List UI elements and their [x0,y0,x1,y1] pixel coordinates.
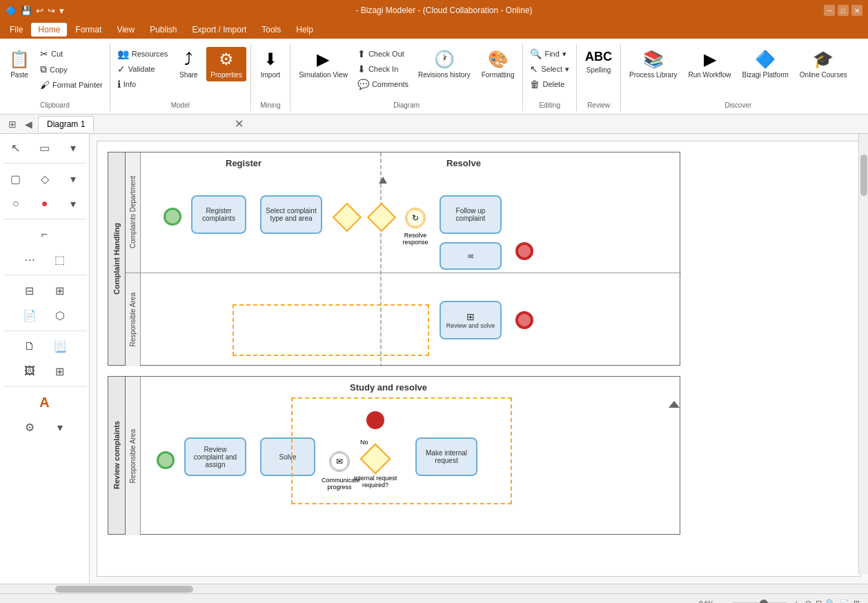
tab-close-button[interactable]: ✕ [235,117,244,130]
revisions-history-button[interactable]: 🕐 Revisions history [414,47,475,81]
menu-help[interactable]: Help [289,23,320,37]
doc2-tool[interactable]: 🗋 [16,335,43,357]
rectangle-tool[interactable]: ▭ [32,137,58,159]
menu-view[interactable]: View [110,23,141,37]
format-painter-button[interactable]: 🖌 Format Painter [37,78,106,92]
gateway-1[interactable] [333,203,362,232]
lane-header-text-responsible: Responsible Area [129,293,137,346]
diagram-list-button[interactable]: ⊞ [6,119,19,130]
vscroll-thumb[interactable] [860,155,867,196]
close-button[interactable]: ✕ [851,5,862,16]
table-tool[interactable]: ⊞ [46,360,74,382]
cut-button[interactable]: ✂ Cut [37,47,106,61]
task-followup-complaint[interactable]: Follow up complaint [440,195,502,234]
task-register-complaints[interactable]: Register complaints [191,195,246,234]
clipboard-buttons: 📋 Paste ✂ Cut ⧉ Copy 🖌 Format Painter [4,44,106,99]
task-communicate-progress-1[interactable]: ✉ [440,242,502,270]
online-courses-button[interactable]: 🎓 Online Courses [796,47,851,81]
title-bar: 🔷 💾 ↩ ↪ ▾ - Bizagi Modeler - (Cloud Coll… [0,0,868,21]
circle-tool[interactable]: ○ [3,192,29,215]
process-library-button[interactable]: 📚 Process Library [625,47,681,81]
dotted-rect-tool[interactable]: ⬚ [46,248,74,270]
view-grid-button[interactable]: ⊞ [854,599,860,603]
filled-circle-tool[interactable]: ● [32,192,58,215]
tool-arrow[interactable]: ▾ [60,137,86,159]
gear-tool[interactable]: ⚙ [16,416,43,438]
doc-tool[interactable]: 📄 [16,304,43,326]
cylinder-tool[interactable]: ⬡ [46,304,74,326]
resolve-response-event[interactable]: ↻ [405,208,426,228]
spelling-icon: ABC [585,50,612,64]
end-event-1[interactable] [515,242,533,260]
swimlane-h-tool[interactable]: ⊟ [16,279,43,302]
redo-icon[interactable]: ↪ [48,6,55,16]
select-button[interactable]: ↖ Select ▾ [527,62,572,76]
bizagi-platform-label: Bizagi Platform [742,71,789,79]
task-review-solve[interactable]: ⊞ Review and solve [440,301,502,339]
view-page-button[interactable]: 📄 [840,599,849,603]
maximize-button[interactable]: □ [838,5,849,16]
fit-page-button[interactable]: ⊙ [805,599,811,603]
formatting-button[interactable]: 🎨 Formatting [477,47,519,81]
more-icon[interactable]: ▾ [59,6,64,16]
resources-button[interactable]: 👥 Resources [115,47,171,61]
zoom-out-button[interactable]: － [718,597,728,604]
gear-arrow-tool[interactable]: ▾ [46,416,74,438]
copy-button[interactable]: ⧉ Copy [37,62,106,77]
tool-arrow2[interactable]: ▾ [60,168,86,190]
hscroll-thumb[interactable] [55,586,193,593]
undo-icon[interactable]: ↩ [36,6,43,16]
select-tool[interactable]: ↖ [3,137,29,159]
run-workflow-button[interactable]: ▶ Run Workflow [684,47,736,81]
check-in-button[interactable]: ⬇ Check In [355,62,411,76]
l-shape-tool[interactable]: ⌐ [31,224,59,246]
paste-button[interactable]: 📋 Paste [4,47,34,81]
share-button[interactable]: ⤴ Share [173,47,204,81]
save-icon[interactable]: 💾 [21,6,32,16]
bizagi-platform-button[interactable]: 🔷 Bizagi Platform [738,47,793,81]
menu-tools[interactable]: Tools [255,23,288,37]
comments-label: Comments [372,80,408,88]
simulation-view-button[interactable]: ▶ Simulation View [295,47,352,81]
find-button[interactable]: 🔍 Find ▾ [527,47,572,61]
menu-format[interactable]: Format [68,23,108,37]
menu-file[interactable]: File [3,23,30,37]
task-review-assign[interactable]: Review complaint and assign [184,437,246,476]
check-out-button[interactable]: ⬆ Check Out [355,47,411,61]
minimize-button[interactable]: ─ [824,5,835,16]
vertical-scrollbar[interactable] [858,134,868,574]
properties-button[interactable]: ⚙ Properties [206,47,246,81]
dashed-loop-box [233,304,429,356]
task-select-complaint[interactable]: Select complaint type and area [260,195,322,234]
comments-button[interactable]: 💬 Comments [355,77,411,91]
tab-back-button[interactable]: ◀ [22,119,35,130]
dotted-line-tool[interactable]: ⋯ [16,248,43,270]
menu-home[interactable]: Home [31,23,67,37]
zoom-in-button[interactable]: ＋ [791,597,801,604]
start-event-2[interactable] [157,451,175,469]
text-tool[interactable]: A [31,391,59,413]
start-event-1[interactable] [164,208,181,226]
delete-button[interactable]: 🗑 Delete [527,77,572,91]
horizontal-scrollbar[interactable] [0,584,868,593]
spelling-button[interactable]: ABC Spelling [581,47,616,77]
image-tool[interactable]: 🖼 [16,360,43,382]
import-button[interactable]: ⬇ Import [255,47,286,81]
gateway-2[interactable] [367,203,396,232]
copy-icon: ⧉ [40,63,47,75]
validate-button[interactable]: ✓ Validate [115,62,171,76]
menu-publish[interactable]: Publish [143,23,184,37]
select-chevron: ▾ [565,65,569,74]
end-event-2[interactable] [515,311,533,329]
rounded-rect-tool[interactable]: ▢ [3,168,29,190]
diamond-tool[interactable]: ◇ [32,168,58,190]
tool-arrow3[interactable]: ▾ [60,192,86,215]
doc3-tool[interactable]: 📃 [46,335,74,357]
fit-width-button[interactable]: ⊡ [816,599,822,603]
swimlane-v-tool[interactable]: ⊞ [46,279,74,302]
tool-row-10: A [3,391,86,413]
diagram-tab[interactable]: Diagram 1 [38,116,94,132]
zoom-100-button[interactable]: 🔍 [826,599,836,603]
info-button[interactable]: ℹ Info [115,77,171,91]
menu-export-import[interactable]: Export / Import [186,23,254,37]
